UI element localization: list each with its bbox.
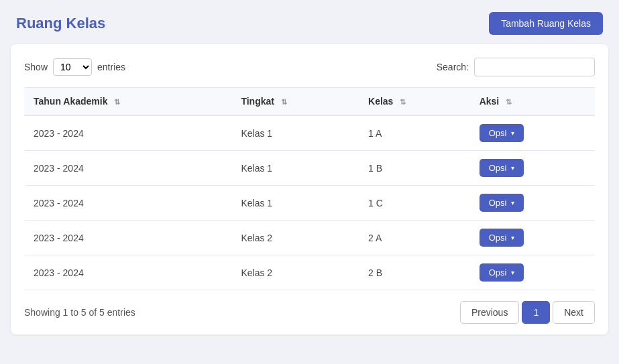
col-tahun-akademik: Tahun Akademik ⇅ [24,88,231,116]
main-card: Show 10 25 50 100 entries Search: Tahun … [11,44,608,335]
table-row: 2023 - 2024 Kelas 1 1 B Opsi ▾ [24,151,595,186]
caret-icon: ▾ [511,234,514,241]
cell-kelas: 2 A [359,221,470,255]
cell-tahun-akademik: 2023 - 2024 [24,221,231,255]
cell-kelas: 1 C [359,186,470,221]
col-aksi: Aksi ⇅ [470,88,595,116]
table-row: 2023 - 2024 Kelas 2 2 A Opsi ▾ [24,221,595,255]
cell-tahun-akademik: 2023 - 2024 [24,115,231,151]
caret-icon: ▾ [511,199,514,206]
search-group: Search: [437,58,595,76]
opsi-button[interactable]: Opsi ▾ [480,263,524,282]
cell-aksi: Opsi ▾ [470,151,595,186]
opsi-button[interactable]: Opsi ▾ [480,229,524,247]
table-controls: Show 10 25 50 100 entries Search: [24,58,595,76]
cell-tingkat: Kelas 1 [231,186,359,221]
cell-aksi: Opsi ▾ [470,221,595,255]
caret-icon: ▾ [511,129,514,137]
sort-icon-tingkat: ⇅ [281,98,287,107]
page-title: Ruang Kelas [16,15,105,32]
cell-kelas: 1 A [359,115,470,151]
previous-button[interactable]: Previous [460,301,519,324]
cell-tahun-akademik: 2023 - 2024 [24,186,231,221]
sort-icon-kelas: ⇅ [400,98,406,107]
entries-per-page-select[interactable]: 10 25 50 100 [53,58,92,76]
table-row: 2023 - 2024 Kelas 1 1 A Opsi ▾ [24,115,595,151]
opsi-button[interactable]: Opsi ▾ [480,124,524,142]
add-ruang-kelas-button[interactable]: Tambah Ruang Kelas [489,12,603,35]
search-input[interactable] [474,58,595,76]
page-1-button[interactable]: 1 [522,301,550,324]
cell-kelas: 2 B [359,255,470,290]
table-header-row: Tahun Akademik ⇅ Tingkat ⇅ Kelas ⇅ Aksi … [24,88,595,116]
entries-label: entries [97,62,125,72]
cell-aksi: Opsi ▾ [470,186,595,221]
cell-tingkat: Kelas 2 [231,255,359,290]
search-label: Search: [437,62,469,72]
next-button[interactable]: Next [553,301,595,324]
page-header: Ruang Kelas Tambah Ruang Kelas [0,0,619,44]
col-tingkat: Tingkat ⇅ [231,88,359,116]
opsi-button[interactable]: Opsi ▾ [480,159,524,177]
table-row: 2023 - 2024 Kelas 1 1 C Opsi ▾ [24,186,595,221]
cell-kelas: 1 B [359,151,470,186]
cell-tingkat: Kelas 1 [231,151,359,186]
showing-text: Showing 1 to 5 of 5 entries [24,307,135,318]
cell-tingkat: Kelas 1 [231,115,359,151]
sort-icon-tahun: ⇅ [114,98,120,107]
col-kelas: Kelas ⇅ [359,88,470,116]
table-footer: Showing 1 to 5 of 5 entries Previous 1 N… [24,301,595,324]
cell-aksi: Opsi ▾ [470,255,595,290]
cell-tingkat: Kelas 2 [231,221,359,255]
show-label: Show [24,62,48,72]
cell-tahun-akademik: 2023 - 2024 [24,255,231,290]
sort-icon-aksi: ⇅ [506,98,512,107]
table-row: 2023 - 2024 Kelas 2 2 B Opsi ▾ [24,255,595,290]
opsi-button[interactable]: Opsi ▾ [480,194,524,212]
pagination: Previous 1 Next [460,301,595,324]
caret-icon: ▾ [511,164,514,172]
ruang-kelas-table: Tahun Akademik ⇅ Tingkat ⇅ Kelas ⇅ Aksi … [24,87,595,290]
cell-aksi: Opsi ▾ [470,115,595,151]
show-entries-control: Show 10 25 50 100 entries [24,58,125,76]
caret-icon: ▾ [511,269,514,276]
cell-tahun-akademik: 2023 - 2024 [24,151,231,186]
